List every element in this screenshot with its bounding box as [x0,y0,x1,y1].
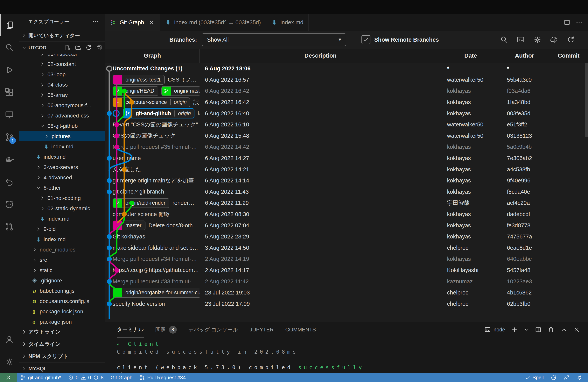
tree-item-3-web-servers[interactable]: 3-web-servers [19,162,105,172]
open-editors-section[interactable]: 開いているエディター [19,29,105,42]
tree-item-package-lock.json[interactable]: {}package-lock.json [19,306,105,317]
terminal-icon[interactable] [516,35,525,44]
tree-item-index.md[interactable]: index.md [19,141,105,152]
panel-tab-問題[interactable]: 問題8 [155,322,177,338]
ellipsis-icon[interactable] [92,18,99,25]
split-editor-icon[interactable] [564,19,570,26]
branch-status[interactable]: git-and-github* [17,373,64,382]
github-icon[interactable] [0,193,19,215]
tree-item-index.md[interactable]: index.md [19,234,105,244]
column-date[interactable]: Date [441,49,500,63]
section-label: MYSQL [28,366,47,372]
tree-item-01-not-coding[interactable]: 01-not-coding [19,193,105,203]
sidebar-section-タイムライン[interactable]: タイムライン [19,338,105,350]
feedback-status[interactable] [560,375,573,381]
collapse-all-icon[interactable] [96,44,103,51]
show-remote-branches-checkbox[interactable] [361,35,370,44]
warning-icon [81,375,86,381]
tree-item-index.md[interactable]: index.md [19,152,105,162]
close-panel-icon[interactable] [573,326,580,333]
column-graph[interactable]: Graph [105,49,200,63]
sidebar-section-MYSQL[interactable]: MYSQL [19,362,105,373]
chevron-right-icon [39,71,45,78]
tree-item-static[interactable]: static [19,265,105,276]
run-debug-icon[interactable] [0,59,19,81]
tree-item-selected-pictures[interactable]: pictures [19,131,105,141]
scrollbar-thumb[interactable] [585,63,588,137]
commit-hash: f03a4da6 [500,88,549,94]
git-graph-status[interactable]: Git Graph [107,373,136,382]
tree-item-docusaurus.config.js[interactable]: JSdocusaurus.config.js [19,296,105,306]
github-status[interactable] [547,375,560,381]
terminal-icon [484,326,491,333]
account-icon[interactable] [0,328,19,351]
remote-indicator[interactable] [0,373,17,382]
tree-item-07-advanced-css[interactable]: 07-advanced-css [19,110,105,121]
chevron-down-icon[interactable] [524,327,529,332]
column-description[interactable]: Description [200,49,441,63]
tree-item-08-git-github[interactable]: 08-git-github [19,121,105,131]
search-icon[interactable] [500,35,508,44]
panel-tab-デバッグ コンソール[interactable]: デバッグ コンソール [189,322,238,338]
open-editors-label: 開いているエディター [28,32,80,39]
settings-icon[interactable] [533,35,542,44]
tree-item-node_modules[interactable]: node_modules [19,244,105,255]
search-icon[interactable] [0,36,19,59]
refresh-icon[interactable] [567,35,575,44]
tree-item-package.json[interactable]: {}package.json [19,317,105,326]
close-icon[interactable] [148,19,155,25]
tab-index.md[interactable]: index.md [266,14,309,31]
panel-tab-COMMENTS[interactable]: COMMENTS [285,322,316,338]
tree-item-src[interactable]: src [19,255,105,265]
tree-item-.gitignore[interactable]: .gitignore [19,276,105,286]
tree-item-9-old[interactable]: 9-old [19,224,105,234]
maximize-panel-icon[interactable] [560,326,567,333]
tree-item-index.md[interactable]: index.md [19,213,105,224]
tree-item-04-class[interactable]: 04-class [19,80,105,90]
terminal-shell-selector[interactable]: node [484,326,505,333]
new-file-icon[interactable] [64,44,71,51]
editor-area: Git Graphindex.md (003fe35d^ ↔ 003fe35d)… [105,14,588,373]
extensions-icon[interactable] [0,81,19,104]
tree-item-01-inspector[interactable]: 01-inspector [19,54,105,59]
tree-item-4-advanced[interactable]: 4-advanced [19,172,105,183]
sidebar-section-アウトライン[interactable]: アウトライン [19,326,105,338]
tree-item-05-array[interactable]: 05-array [19,90,105,100]
undo-icon[interactable] [0,170,19,193]
tree-item-babel.config.js[interactable]: Bbabel.config.js [19,286,105,296]
fetch-icon[interactable] [550,35,558,44]
remote-explorer-icon[interactable] [0,104,19,126]
pull-request-status[interactable]: Pull Request #34 [136,373,189,382]
branches-dropdown[interactable]: Show All ▼ [202,33,346,46]
column-author[interactable]: Author [500,49,549,63]
tree-item-02-static-dynamic[interactable]: 02-static-dynamic [19,203,105,213]
commit-hash: 4b1c6862 [500,289,549,296]
tree-item-02-constant[interactable]: 02-constant [19,59,105,69]
commit-author: kokhayas [441,155,500,161]
new-terminal-icon[interactable] [511,326,518,333]
source-control-icon[interactable]: 1 [0,126,19,148]
sidebar-section-NPM スクリプト[interactable]: NPM スクリプト [19,350,105,362]
explorer-icon[interactable] [0,14,19,36]
tree-item-03-loop[interactable]: 03-loop [19,69,105,80]
ellipsis-icon[interactable] [576,19,583,26]
refresh-icon[interactable] [85,44,92,51]
pull-request-icon[interactable] [0,215,19,238]
panel-tab-ターミナル[interactable]: ターミナル [117,322,144,338]
panel-tab-JUPYTER[interactable]: JUPYTER [250,322,273,338]
tree-item-label: 03-loop [47,71,65,78]
docker-icon[interactable] [0,148,19,170]
tab-Git Graph[interactable]: Git Graph [105,14,160,31]
tab-index.md (003fe35d^ ↔ 003fe35d)[interactable]: index.md (003fe35d^ ↔ 003fe35d) [160,14,266,31]
new-folder-icon[interactable] [75,44,82,51]
spell-status[interactable]: Spell [521,375,547,381]
workspace-section-header[interactable]: UTCOD... [19,42,105,54]
settings-icon[interactable] [0,351,19,373]
problems-status[interactable]: 0 0 8 [64,373,107,382]
tree-item-06-anonymous-f...[interactable]: 06-anonymous-f... [19,100,105,110]
column-commit[interactable]: Commit [549,49,588,63]
tree-item-8-other[interactable]: 8-other [19,183,105,193]
split-terminal-icon[interactable] [535,326,542,333]
kill-terminal-icon[interactable] [547,326,555,333]
notifications-status[interactable] [573,375,586,381]
